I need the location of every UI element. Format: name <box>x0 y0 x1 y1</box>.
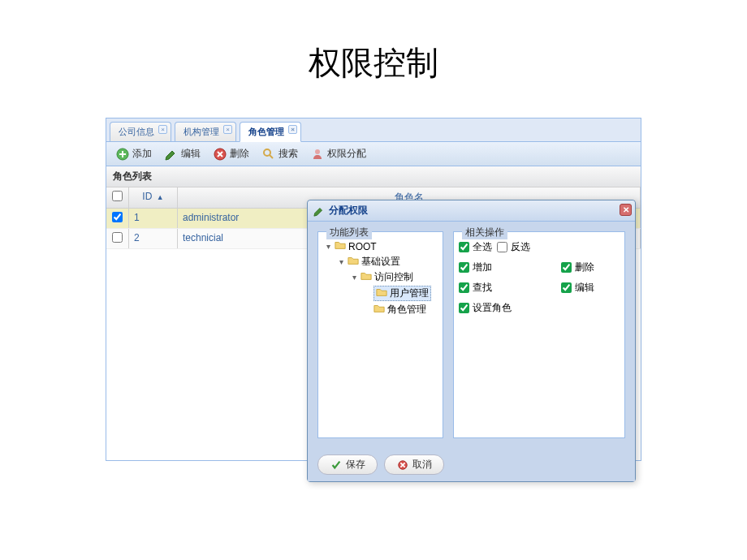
select-all-checkbox[interactable]: 全选 <box>459 240 492 254</box>
header-label: ID <box>142 191 152 202</box>
tree-node-user-mgmt[interactable]: 用户管理 <box>362 285 438 302</box>
tree-node-base[interactable]: ▾ 基础设置 <box>336 254 438 269</box>
checkbox-label: 编辑 <box>575 281 594 295</box>
op-find-checkbox[interactable]: 查找 <box>459 281 537 295</box>
tab-bar: 公司信息 × 机构管理 × 角色管理 × <box>106 118 641 142</box>
row-checkbox[interactable] <box>112 212 123 222</box>
checkbox-label: 设置角色 <box>473 301 512 315</box>
tab-label: 机构管理 <box>184 127 219 136</box>
checkbox-label: 全选 <box>473 240 492 254</box>
op-delete-checkbox[interactable]: 删除 <box>561 261 620 274</box>
dialog-header[interactable]: 分配权限 ✕ <box>308 200 635 222</box>
dialog-body: 功能列表 ▾ ROOT ▾ 基础设置 <box>308 222 635 448</box>
tree-label: 角色管理 <box>387 303 426 317</box>
pencil-icon <box>313 205 326 218</box>
checkbox-label: 删除 <box>575 261 594 274</box>
folder-icon <box>335 239 346 253</box>
button-label: 保存 <box>346 458 365 472</box>
page-title: 权限控制 <box>0 0 747 118</box>
sort-asc-icon: ▲ <box>157 193 164 201</box>
invert-checkbox[interactable]: 反选 <box>497 240 530 254</box>
button-label: 权限分配 <box>327 147 366 161</box>
collapse-icon[interactable]: ▾ <box>336 257 346 266</box>
dialog-footer: 保存 取消 <box>308 448 635 481</box>
edit-button[interactable]: 编辑 <box>160 145 205 162</box>
add-icon <box>116 148 129 161</box>
tab-role-mgmt[interactable]: 角色管理 × <box>240 122 301 142</box>
op-set-role-checkbox[interactable]: 设置角色 <box>459 301 537 315</box>
tab-label: 公司信息 <box>119 127 154 136</box>
assign-permission-button[interactable]: 权限分配 <box>306 145 371 162</box>
op-add-checkbox[interactable]: 增加 <box>459 261 537 274</box>
header-checkbox-cell <box>106 187 129 208</box>
add-button[interactable]: 添加 <box>111 145 157 162</box>
pencil-icon <box>165 148 178 161</box>
tree-label: ROOT <box>348 241 377 252</box>
fieldset-legend: 功能列表 <box>326 226 372 239</box>
toolbar: 添加 编辑 删除 搜索 权限分配 <box>106 142 641 166</box>
user-icon <box>311 148 324 161</box>
search-button[interactable]: 搜索 <box>257 145 303 162</box>
delete-icon <box>214 148 227 161</box>
close-icon[interactable]: × <box>223 125 232 134</box>
folder-icon <box>376 286 387 300</box>
tab-org-mgmt[interactable]: 机构管理 × <box>175 122 236 141</box>
tree-node-role-mgmt[interactable]: 角色管理 <box>362 302 438 317</box>
button-label: 搜索 <box>279 147 298 161</box>
header-id[interactable]: ID ▲ <box>129 187 178 208</box>
tree-label: 基础设置 <box>361 255 400 269</box>
button-label: 编辑 <box>181 147 201 161</box>
svg-point-2 <box>264 149 270 156</box>
tree-label: 访问控制 <box>374 270 413 284</box>
assign-permission-dialog: 分配权限 ✕ 功能列表 ▾ ROOT ▾ 基础 <box>307 200 636 482</box>
close-icon[interactable]: × <box>288 125 297 134</box>
checkbox-label: 查找 <box>473 281 492 295</box>
function-tree-fieldset: 功能列表 ▾ ROOT ▾ 基础设置 <box>317 231 443 438</box>
cancel-button[interactable]: 取消 <box>384 454 444 475</box>
checkbox-label: 增加 <box>473 261 492 274</box>
folder-icon <box>348 255 359 269</box>
list-title: 角色列表 <box>106 166 641 187</box>
delete-button[interactable]: 删除 <box>209 145 254 162</box>
button-label: 取消 <box>412 458 432 472</box>
checkbox-label: 反选 <box>511 240 530 254</box>
close-icon[interactable]: ✕ <box>620 204 632 216</box>
check-icon <box>330 459 343 472</box>
tab-label: 角色管理 <box>248 127 284 136</box>
select-all-checkbox[interactable] <box>112 191 123 201</box>
button-label: 添加 <box>132 147 152 161</box>
folder-icon <box>374 303 385 317</box>
tree-label: 用户管理 <box>390 286 429 300</box>
dialog-title: 分配权限 <box>329 204 368 218</box>
search-icon <box>262 148 275 161</box>
cancel-icon <box>396 459 409 472</box>
folder-icon <box>361 270 372 284</box>
operations-fieldset: 相关操作 全选 反选 增加 删除 查找 编辑 设置角色 <box>453 231 625 438</box>
cell-id: 2 <box>129 229 178 248</box>
button-label: 删除 <box>230 147 249 161</box>
close-icon[interactable]: × <box>158 125 167 134</box>
save-button[interactable]: 保存 <box>317 454 378 475</box>
tab-company-info[interactable]: 公司信息 × <box>110 122 171 141</box>
function-tree: ▾ ROOT ▾ 基础设置 <box>323 239 438 317</box>
cell-id: 1 <box>129 209 178 228</box>
operations-grid: 全选 反选 增加 删除 查找 编辑 设置角色 <box>459 239 620 315</box>
tree-node-root[interactable]: ▾ ROOT <box>323 239 438 254</box>
tree-node-access[interactable]: ▾ 访问控制 <box>349 269 438 285</box>
op-edit-checkbox[interactable]: 编辑 <box>561 281 620 295</box>
row-checkbox[interactable] <box>112 232 123 243</box>
fieldset-legend: 相关操作 <box>462 226 507 239</box>
svg-point-3 <box>315 149 320 154</box>
collapse-icon[interactable]: ▾ <box>349 273 359 282</box>
collapse-icon[interactable]: ▾ <box>323 242 333 251</box>
